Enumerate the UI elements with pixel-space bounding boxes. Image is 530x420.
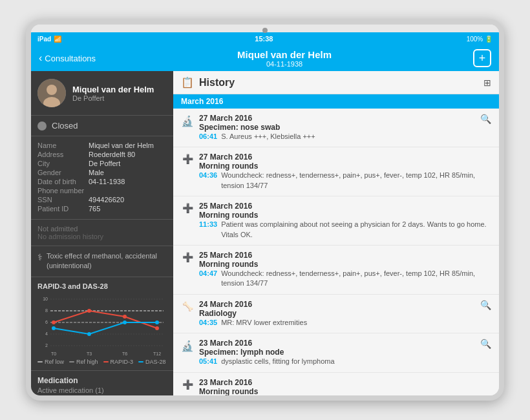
info-name-label: Name [37,142,86,149]
rounds-icon: ➕ [181,154,194,164]
back-chevron-icon: ‹ [39,52,42,64]
history-item-time: 11:33 [199,220,217,228]
info-address-value: Roederdelft 80 [89,151,135,158]
svg-point-22 [155,326,159,330]
info-patient-id: Patient ID 765 [37,205,167,213]
nav-bar: ‹ Consultations Miquel van der Helm 04-1… [31,45,499,71]
specimen-icon: 🔬 [181,115,194,127]
status-bar-time: 15:38 [255,35,273,43]
svg-point-26 [155,320,159,324]
radiology-icon: 🦴 [181,301,194,311]
history-item-date: 25 March 2016 [199,202,491,211]
history-list: 🔬 27 March 2016 Specimen: nose swab 06:4… [173,109,499,395]
history-item-date: 27 March 2016 [199,152,491,162]
svg-text:6: 6 [45,320,48,324]
search-icon[interactable]: 🔍 [480,114,491,124]
svg-point-19 [52,320,56,324]
status-label: Closed [52,121,78,131]
medication-title: Medication [37,376,167,385]
chart-container: 10 8 6 4 2 T0 T3 T6 T12 [37,293,167,357]
history-item-time: 04:35 [199,319,217,326]
history-item-type: Radiology [199,309,475,318]
wifi-icon: 📶 [54,36,61,43]
history-item-type: Specimen: lymph node [199,348,475,357]
svg-text:2: 2 [45,343,48,348]
admission-section: Not admitted No admission history [31,220,173,246]
svg-point-24 [87,332,91,336]
svg-point-25 [123,320,127,324]
list-item: 🔬 27 March 2016 Specimen: nose swab 06:4… [173,109,499,147]
history-item-text: S. Aureus +++, Klebsiella +++ [221,132,315,142]
search-icon[interactable]: 🔍 [480,339,491,349]
medication-section: Medication Active medication (1) • Tamif… [31,371,173,395]
status-bar: iPad 📶 15:38 100% 🔋 [31,32,499,45]
svg-point-1 [47,85,57,95]
diagnosis-icon: ⚕ [37,252,43,262]
back-label: Consultations [45,54,96,63]
history-item-content: 23 March 2016 Specimen: lymph node 05:41… [199,339,475,366]
specimen-icon: 🔬 [181,340,194,352]
patient-info-section: Name Miquel van der Helm Address Roederd… [31,136,173,220]
history-item-time: 04:47 [199,269,217,277]
history-item-content: 27 March 2016 Morning rounds 04:36 Wound… [199,152,491,191]
info-city-label: City [37,160,86,167]
diagnosis-section: ⚕ Toxic effect of methanol, accidental (… [31,246,173,277]
content-area: Miquel van der Helm De Poffert Closed Na… [31,71,499,395]
info-patient-id-label: Patient ID [37,205,86,213]
list-item: 🦴 24 March 2016 Radiology 04:35 MR: MRV … [173,295,499,333]
history-item-content: 24 March 2016 Radiology 04:35 MR: MRV lo… [199,300,475,328]
history-item-text: Patient was complaining about not seeing… [221,220,491,240]
svg-text:T3: T3 [87,352,92,356]
info-phone-label: Phone number [37,187,86,194]
left-panel: Miquel van der Helm De Poffert Closed Na… [31,71,173,395]
admission-label: Not admitted [37,225,167,233]
nav-patient-name: Miquel van der Helm [237,49,332,60]
info-gender-label: Gender [37,169,86,176]
info-ssn-value: 494426620 [89,196,124,204]
svg-text:8: 8 [45,308,48,313]
rounds-icon: ➕ [181,203,194,213]
history-item-date: 27 March 2016 [199,114,475,123]
history-item-type: Morning rounds [199,387,491,395]
svg-text:T6: T6 [122,352,127,356]
chart-title: RAPID-3 and DAS-28 [37,282,167,290]
patient-location: De Poffert [72,94,154,102]
rounds-icon: ➕ [181,252,194,262]
info-dob-label: Date of birth [37,178,86,185]
admission-sub: No admission history [37,233,167,240]
legend-ref-low: Ref low [37,359,64,365]
info-ssn: SSN 494426620 [37,196,167,204]
status-bar-left: iPad 📶 [37,36,61,43]
history-title: History [199,77,235,89]
battery-label: 100% 🔋 [467,36,493,43]
add-button[interactable]: + [473,49,491,67]
info-patient-id-value: 765 [89,205,100,213]
legend-ref-high: Ref high [69,359,98,365]
history-item-type: Morning rounds [199,162,491,171]
month-header: March 2016 [173,94,499,109]
history-item-time: 04:36 [199,171,217,179]
patient-name-block: Miquel van der Helm De Poffert [72,85,154,102]
history-item-type: Morning rounds [199,211,491,220]
search-icon[interactable]: 🔍 [480,300,491,310]
history-book-icon: 📋 [181,76,194,89]
right-panel: 📋 History ⊞ March 2016 🔬 27 March 2016 S… [173,71,499,395]
svg-text:10: 10 [43,297,48,301]
history-item-content: 25 March 2016 Morning rounds 04:47 Wound… [199,251,491,289]
history-item-content: 23 March 2016 Morning rounds 03:42 Pain-… [199,378,491,395]
nav-patient-dob: 04-11-1938 [237,60,332,68]
history-item-content: 25 March 2016 Morning rounds 11:33 Patie… [199,202,491,240]
history-item-text: Woundcheck: redness+, tenderness+, pain+… [221,171,491,191]
list-item: ➕ 25 March 2016 Morning rounds 11:33 Pat… [173,196,499,246]
info-phone: Phone number [37,187,167,194]
history-item-date: 23 March 2016 [199,339,475,348]
back-button[interactable]: ‹ Consultations [39,52,96,64]
list-item: ➕ 23 March 2016 Morning rounds 03:42 Pai… [173,373,499,395]
status-bar-right: 100% 🔋 [467,36,493,43]
history-item-type: Specimen: nose swab [199,123,475,132]
diagnosis-text: Toxic effect of methanol, accidental (un… [47,251,167,271]
list-item: ➕ 25 March 2016 Morning rounds 04:47 Wou… [173,246,499,295]
status-dot-icon [37,121,47,131]
info-name: Name Miquel van der Helm [37,142,167,149]
filter-icon[interactable]: ⊞ [483,78,491,88]
